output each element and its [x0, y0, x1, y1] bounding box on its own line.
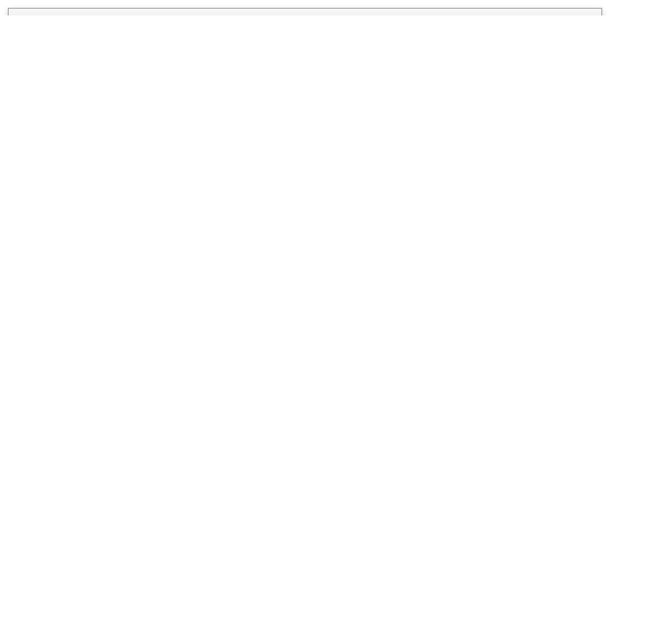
data-source-wizard-step-query: Data Source Wizard ✕ Create a query or s… [8, 8, 602, 16]
titlebar: Data Source Wizard ✕ [9, 9, 601, 16]
close-icon[interactable]: ✕ [576, 15, 594, 16]
